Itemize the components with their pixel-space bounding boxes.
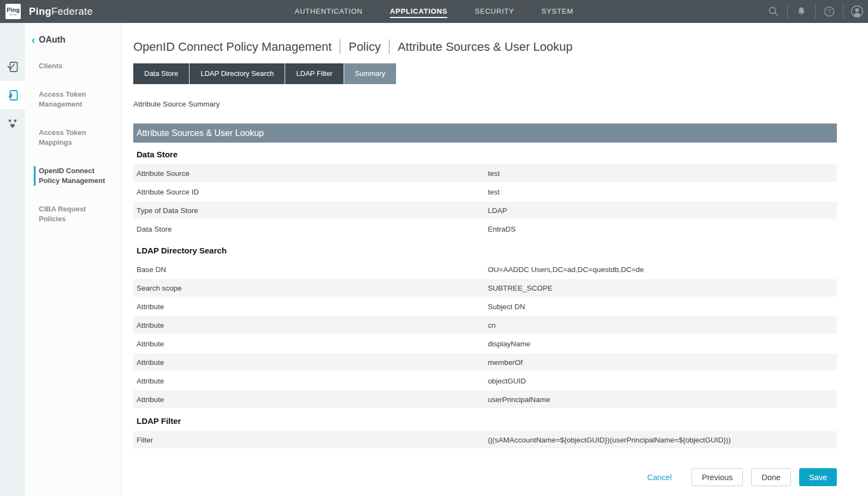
cancel-button[interactable]: Cancel bbox=[647, 473, 672, 482]
svg-text:?: ? bbox=[828, 9, 831, 15]
ping-logo: Ping Identity. bbox=[5, 4, 21, 19]
row-label: Data Store bbox=[137, 225, 488, 233]
icon-divider bbox=[815, 4, 816, 19]
table-row: AttributeSubject DN bbox=[133, 298, 837, 315]
table-row: Data StoreEntraDS bbox=[133, 220, 837, 238]
done-button[interactable]: Done bbox=[751, 468, 791, 486]
table-row: AttributememberOf bbox=[133, 353, 837, 371]
sidebar-items: ClientsAccess Token ManagementAccess Tok… bbox=[39, 61, 121, 224]
sidebar-item-access-token-mappings[interactable]: Access Token Mappings bbox=[34, 128, 106, 147]
footer-actions: Cancel Previous Done Save bbox=[133, 468, 837, 486]
icon-divider bbox=[787, 4, 788, 19]
nav-authentication[interactable]: AUTHENTICATION bbox=[294, 5, 362, 18]
breadcrumb-separator bbox=[340, 39, 340, 54]
row-label: Attribute bbox=[137, 340, 488, 348]
topbar-icons: ? bbox=[766, 0, 864, 23]
row-value: SUBTREE_SCOPE bbox=[488, 284, 837, 292]
topbar-nav: AUTHENTICATIONAPPLICATIONSSECURITYSYSTEM bbox=[281, 0, 587, 23]
sidebar-section-title: OAuth bbox=[39, 35, 66, 45]
help-icon[interactable]: ? bbox=[822, 4, 836, 19]
sidebar-item-access-token-management[interactable]: Access Token Management bbox=[34, 90, 106, 109]
table-row: Attribute Sourcetest bbox=[133, 164, 837, 182]
table-row: AttributeuserPrincipalName bbox=[133, 391, 837, 408]
sidebar-item-clients[interactable]: Clients bbox=[34, 61, 106, 71]
nav-security[interactable]: SECURITY bbox=[475, 5, 514, 18]
table-row: Filter(|(sAMAccountName=${objectGUID})(u… bbox=[133, 431, 837, 448]
row-value: OU=AADDC Users,DC=ad,DC=questdb,DC=de bbox=[488, 265, 837, 274]
row-label: Base DN bbox=[137, 265, 488, 274]
row-value: test bbox=[488, 188, 837, 196]
row-value: memberOf bbox=[488, 358, 837, 367]
app-title: PingFederate bbox=[29, 6, 93, 17]
sidebar-item-ciba-request-policies[interactable]: CIBA Request Policies bbox=[34, 204, 106, 224]
tab-data-store[interactable]: Data Store bbox=[133, 63, 189, 84]
row-label: Search scope bbox=[137, 284, 488, 292]
row-value: Subject DN bbox=[488, 303, 837, 311]
row-value: objectGUID bbox=[488, 377, 837, 385]
sidebar-item-openid-connect-policy-management[interactable]: OpenID Connect Policy Management bbox=[34, 166, 106, 186]
breadcrumb-policy-management: OpenID Connect Policy Management bbox=[133, 40, 332, 54]
wizard-tabs: Data StoreLDAP Directory SearchLDAP Filt… bbox=[133, 63, 837, 84]
notifications-bell-icon[interactable] bbox=[794, 4, 808, 19]
sidebar-back-oauth[interactable]: ‹ OAuth bbox=[32, 35, 121, 45]
table-row: Base DNOU=AADDC Users,DC=ad,DC=questdb,D… bbox=[133, 261, 837, 278]
row-label: Type of Data Store bbox=[137, 206, 488, 215]
table-row: Attribute Source IDtest bbox=[133, 183, 837, 200]
search-icon[interactable] bbox=[766, 4, 781, 19]
breadcrumb-attribute-sources: Attribute Sources & User Lookup bbox=[398, 40, 572, 54]
page-title: OpenID Connect Policy Management Policy … bbox=[133, 39, 837, 54]
ping-logo-text: Ping bbox=[7, 7, 20, 13]
row-label: Attribute Source bbox=[137, 169, 488, 178]
rail-access-token-icon[interactable] bbox=[0, 81, 25, 109]
row-value: userPrincipalName bbox=[488, 395, 837, 404]
row-value: LDAP bbox=[488, 206, 837, 215]
breadcrumb-policy: Policy bbox=[349, 40, 381, 54]
table-row: AttributeobjectGUID bbox=[133, 372, 837, 389]
row-value: cn bbox=[488, 321, 837, 329]
row-label: Attribute bbox=[137, 321, 488, 329]
icon-divider bbox=[843, 4, 843, 19]
summary-table-header: Attribute Sources & User Lookup bbox=[133, 123, 837, 143]
user-account-icon[interactable] bbox=[850, 4, 864, 19]
tab-ldap-filter[interactable]: LDAP Filter bbox=[285, 63, 343, 84]
rail-clients-icon[interactable] bbox=[0, 52, 25, 81]
ping-logo-subtext: Identity. bbox=[9, 14, 17, 16]
main-content: OpenID Connect Policy Management Policy … bbox=[122, 23, 868, 496]
summary-label: Attribute Source Summary bbox=[133, 100, 837, 108]
row-label: Filter bbox=[137, 436, 488, 444]
table-row: Type of Data StoreLDAP bbox=[133, 202, 837, 219]
section-heading-data-store: Data Store bbox=[133, 143, 837, 164]
breadcrumb-separator bbox=[389, 39, 389, 54]
previous-button[interactable]: Previous bbox=[692, 468, 743, 486]
row-label: Attribute Source ID bbox=[137, 188, 488, 196]
row-label: Attribute bbox=[137, 303, 488, 311]
save-button[interactable]: Save bbox=[799, 468, 837, 486]
rail-mappings-icon[interactable] bbox=[0, 109, 25, 138]
tab-summary[interactable]: Summary bbox=[344, 63, 397, 84]
summary-table-sections: Data StoreAttribute SourcetestAttribute … bbox=[133, 143, 837, 448]
nav-system[interactable]: SYSTEM bbox=[541, 5, 573, 18]
row-value: test bbox=[488, 169, 837, 178]
row-value: (|(sAMAccountName=${objectGUID})(userPri… bbox=[488, 436, 837, 444]
table-row: AttributedisplayName bbox=[133, 335, 837, 352]
topbar: Ping Identity. PingFederate AUTHENTICATI… bbox=[0, 0, 868, 23]
table-row: Search scopeSUBTREE_SCOPE bbox=[133, 279, 837, 297]
tab-ldap-directory-search[interactable]: LDAP Directory Search bbox=[190, 63, 285, 84]
row-label: Attribute bbox=[137, 395, 488, 404]
row-label: Attribute bbox=[137, 377, 488, 385]
section-heading-ldap-filter: LDAP Filter bbox=[133, 409, 837, 431]
sidebar: ‹ OAuth ClientsAccess Token ManagementAc… bbox=[25, 23, 122, 496]
row-value: EntraDS bbox=[488, 225, 837, 233]
section-heading-ldap-directory-search: LDAP Directory Search bbox=[133, 239, 837, 261]
row-label: Attribute bbox=[137, 358, 488, 367]
row-value: displayName bbox=[488, 340, 837, 348]
nav-applications[interactable]: APPLICATIONS bbox=[390, 5, 447, 18]
chevron-left-icon: ‹ bbox=[32, 35, 35, 45]
table-row: Attributecn bbox=[133, 316, 837, 334]
sidebar-icon-rail bbox=[0, 23, 25, 496]
